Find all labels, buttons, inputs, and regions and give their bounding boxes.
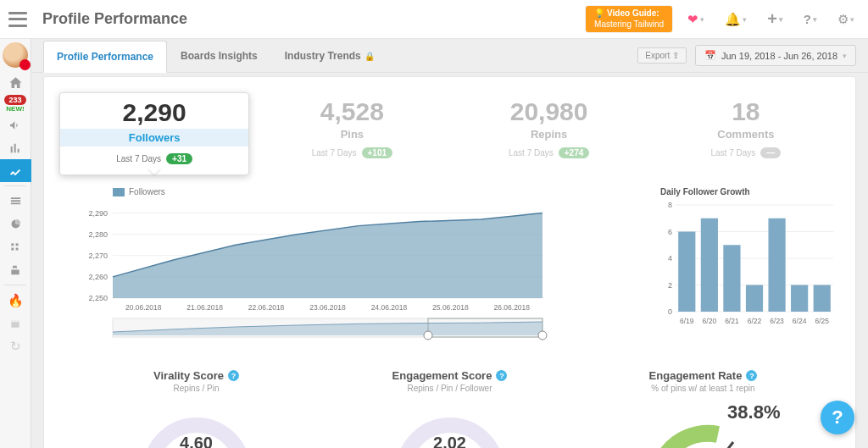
- pinterest-badge-icon: [19, 59, 31, 70]
- stat-row: 2,290 Followers Last 7 Days+31 4,528 Pin…: [44, 77, 855, 175]
- score-value: 4.60: [133, 434, 260, 448]
- nav-item-6[interactable]: [0, 213, 31, 235]
- svg-text:6/25: 6/25: [815, 317, 829, 325]
- stat-delta: +31: [166, 153, 192, 164]
- brush-chart[interactable]: [75, 317, 549, 340]
- chevron-down-icon: ▾: [843, 52, 847, 60]
- add-button[interactable]: +▾: [762, 9, 788, 29]
- score-value: 38.8%: [727, 401, 780, 423]
- page-body: Profile Performance Boards Insights Indu…: [31, 39, 868, 448]
- svg-rect-49: [814, 285, 831, 312]
- stat-value: 20,980: [455, 97, 643, 126]
- svg-rect-43: [746, 285, 763, 312]
- video-guide-button[interactable]: 💡Video Guide: Mastering Tailwind: [586, 6, 672, 32]
- page-title: Profile Performance: [42, 10, 187, 28]
- svg-text:6: 6: [668, 228, 672, 236]
- svg-text:8: 8: [668, 201, 672, 209]
- svg-rect-1: [16, 243, 19, 246]
- stat-card-followers[interactable]: 2,290 Followers Last 7 Days+31: [59, 92, 249, 175]
- nav-home[interactable]: [0, 71, 31, 94]
- svg-rect-41: [723, 245, 740, 312]
- svg-text:6/24: 6/24: [793, 317, 807, 325]
- svg-text:6/19: 6/19: [680, 317, 694, 325]
- score-virality: Virality Score? Repins / Pin 4.60 4.72: [70, 369, 323, 448]
- legend-label: Followers: [129, 187, 165, 196]
- nav-hot[interactable]: 🔥: [0, 289, 31, 312]
- svg-text:24.06.2018: 24.06.2018: [371, 303, 408, 312]
- rail-separator: [4, 185, 26, 186]
- info-icon[interactable]: ?: [228, 370, 239, 381]
- bar-chart-svg: 024686/196/206/216/226/236/246/25: [660, 200, 838, 327]
- svg-rect-0: [11, 243, 14, 246]
- bar-chart-title: Daily Follower Growth: [660, 187, 838, 196]
- svg-text:21.06.2018: 21.06.2018: [186, 303, 223, 312]
- svg-text:20.06.2018: 20.06.2018: [125, 303, 162, 312]
- content-card: 2,290 Followers Last 7 Days+31 4,528 Pin…: [43, 76, 856, 448]
- score-value: 2.02: [387, 434, 514, 448]
- svg-text:25.06.2018: 25.06.2018: [432, 303, 469, 312]
- svg-rect-45: [768, 218, 785, 312]
- svg-text:2,290: 2,290: [88, 209, 108, 218]
- followers-line-chart[interactable]: Followers 2,2502,2602,2702,2802,29020.06…: [75, 187, 643, 344]
- stat-value: 2,290: [60, 98, 248, 127]
- svg-rect-39: [701, 218, 718, 312]
- nav-bar-chart[interactable]: [0, 136, 31, 159]
- nav-history[interactable]: ↻: [0, 335, 31, 357]
- nav-new-badge[interactable]: 233 NEW!: [4, 95, 25, 113]
- nav-calendar[interactable]: [0, 312, 31, 335]
- svg-text:22.06.2018: 22.06.2018: [248, 303, 285, 312]
- score-engagement: Engagement Score? Repins / Pin / Followe…: [323, 369, 576, 448]
- nav-item-8[interactable]: [0, 258, 31, 281]
- nav-analytics[interactable]: [0, 159, 31, 182]
- tab-boards-insights[interactable]: Boards Insights: [167, 40, 271, 72]
- svg-rect-37: [678, 232, 695, 312]
- stat-label: Pins: [258, 128, 446, 141]
- help-fab[interactable]: ?: [821, 401, 854, 434]
- svg-text:6/23: 6/23: [770, 317, 784, 325]
- stat-label: Comments: [652, 128, 840, 141]
- date-range-picker[interactable]: 📅 Jun 19, 2018 - Jun 26, 2018 ▾: [695, 45, 856, 66]
- score-engagement-rate: Engagement Rate? % of pins w/ at least 1…: [576, 369, 830, 448]
- avatar[interactable]: [3, 42, 28, 68]
- stat-delta: +274: [559, 147, 590, 158]
- stat-card-comments[interactable]: 18 Comments Last 7 Days—: [652, 92, 840, 175]
- svg-text:6/22: 6/22: [748, 317, 762, 325]
- svg-text:6/20: 6/20: [703, 317, 717, 325]
- top-right: 💡Video Guide: Mastering Tailwind ❤▾ 🔔▾ +…: [586, 6, 860, 32]
- favorites-button[interactable]: ❤▾: [682, 12, 709, 27]
- top-bar: Profile Performance 💡Video Guide: Master…: [0, 0, 868, 39]
- svg-text:2,270: 2,270: [88, 252, 108, 260]
- stat-label: Followers: [60, 129, 248, 147]
- left-rail: 233 NEW! 🔥 ↻: [0, 39, 31, 448]
- stat-label: Repins: [455, 128, 643, 141]
- stat-card-repins[interactable]: 20,980 Repins Last 7 Days+274: [455, 92, 643, 175]
- svg-text:0: 0: [668, 307, 672, 316]
- svg-text:23.06.2018: 23.06.2018: [309, 303, 346, 312]
- tab-profile-performance[interactable]: Profile Performance: [43, 41, 167, 73]
- daily-growth-bar-chart[interactable]: Daily Follower Growth 024686/196/206/216…: [660, 187, 838, 344]
- calendar-icon: 📅: [704, 50, 716, 61]
- stat-delta: +101: [362, 147, 393, 158]
- stat-card-pins[interactable]: 4,528 Pins Last 7 Days+101: [258, 92, 446, 175]
- svg-rect-2: [11, 247, 14, 250]
- sub-bar: Profile Performance Boards Insights Indu…: [31, 39, 868, 73]
- nav-item-7[interactable]: [0, 235, 31, 258]
- export-button[interactable]: Export ⇪: [637, 47, 687, 64]
- svg-rect-5: [11, 319, 19, 321]
- nav-announce[interactable]: [0, 113, 31, 136]
- date-range-label: Jun 19, 2018 - Jun 26, 2018: [721, 51, 837, 61]
- nav-item-5[interactable]: [0, 190, 31, 213]
- menu-icon[interactable]: [8, 12, 27, 27]
- svg-rect-47: [791, 285, 808, 312]
- info-icon[interactable]: ?: [746, 370, 757, 381]
- tab-industry-trends[interactable]: Industry Trends🔒: [271, 40, 388, 72]
- info-icon[interactable]: ?: [496, 370, 507, 381]
- notifications-button[interactable]: 🔔▾: [720, 12, 752, 27]
- legend-swatch: [113, 188, 125, 196]
- svg-text:2,250: 2,250: [88, 294, 108, 302]
- settings-button[interactable]: ⚙▾: [832, 12, 860, 27]
- help-button[interactable]: ?▾: [798, 12, 822, 26]
- svg-line-53: [704, 442, 733, 448]
- scores-row: Virality Score? Repins / Pin 4.60 4.72 E…: [44, 352, 855, 448]
- stat-delta: —: [760, 147, 781, 158]
